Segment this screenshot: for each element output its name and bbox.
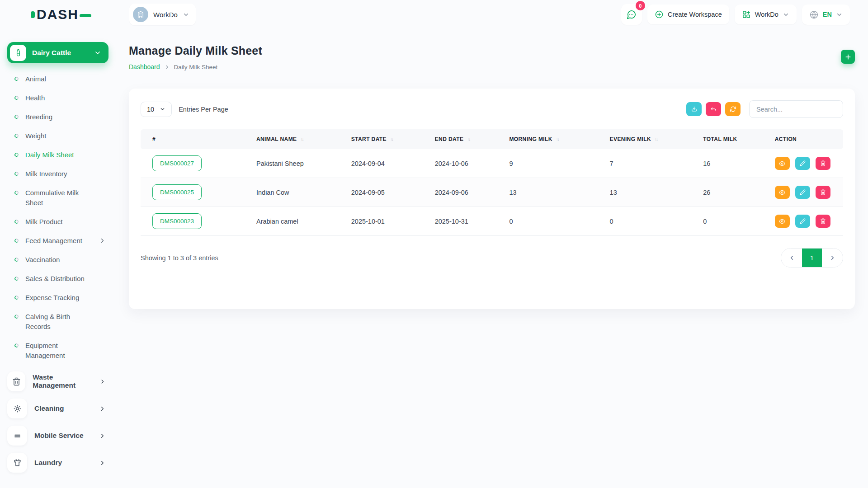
column-header-total-milk[interactable]: TOTAL MILK [698,129,769,149]
sidebar-item-equipment-management[interactable]: Equipment Management [12,336,108,365]
table-footer: Showing 1 to 3 of 3 entries 1 [141,248,843,267]
sort-icon[interactable]: ↑↓ [390,137,393,142]
evening-milk-cell: 7 [604,149,698,178]
sort-icon[interactable]: ↑↓ [300,137,303,142]
pencil-icon [800,218,806,224]
animal-name-cell: Pakistani Sheep [251,149,346,178]
milk-sheet-id-badge[interactable]: DMS000027 [152,155,202,171]
delete-button[interactable] [816,215,830,228]
pagination: 1 [781,248,843,267]
menu-bullet-icon [14,171,19,176]
table-header-row: # ANIMAL NAME↑↓ START DATE↑↓ END DATE↑↓ … [141,129,843,149]
globe-icon [809,10,819,19]
chevron-right-icon [164,64,170,70]
sidebar-item-milk-product[interactable]: Milk Product [12,212,108,231]
end-date-cell: 2024-10-06 [429,149,504,178]
export-download-button[interactable] [686,102,702,116]
milk-bottle-icon [10,45,26,61]
edit-button[interactable] [795,157,810,170]
delete-button[interactable] [816,157,830,170]
milk-sheet-id-badge[interactable]: DMS000025 [152,184,202,200]
sidebar-item-commulative-milk-sheet[interactable]: Commulative Milk Sheet [12,183,108,212]
view-button[interactable] [775,215,790,228]
sidebar-item-label: Weight [25,131,46,141]
sidebar-item-weight[interactable]: Weight [12,127,108,145]
column-header-morning-milk[interactable]: MORNING MILK↑↓ [504,129,604,149]
delete-button[interactable] [816,186,830,199]
sidebar-item-calving-birth-records[interactable]: Calving & Birth Records [12,307,108,336]
end-date-cell: 2024-09-06 [429,178,504,207]
eye-icon [779,189,785,196]
sidebar-item-expense-tracking[interactable]: Expense Tracking [12,288,108,307]
pagination-prev-button[interactable] [781,249,802,267]
sort-icon[interactable]: ↑↓ [655,137,657,142]
sidebar-item-vaccination[interactable]: Vaccination [12,250,108,269]
chevron-right-icon [99,405,106,412]
workspace-selector[interactable]: WorkDo [129,4,196,25]
module-header-dairy-cattle[interactable]: Dairy Cattle [7,42,108,63]
workspace-avatar [133,7,148,22]
sidebar-item-sales-distribution[interactable]: Sales & Distribution [12,269,108,288]
workspace-label: WorkDo [153,11,178,19]
pagination-next-button[interactable] [822,249,843,267]
breadcrumb-dashboard-link[interactable]: Dashboard [129,63,160,70]
reset-undo-button[interactable] [706,102,721,116]
column-header-id[interactable]: # [141,129,251,149]
entries-per-page-select[interactable]: 10 [141,102,172,117]
building-icon [137,10,145,19]
sidebar-item-milk-inventory[interactable]: Milk Inventory [12,164,108,183]
brand-logo[interactable]: DASH [31,8,91,21]
trash-icon [820,218,826,224]
add-milk-sheet-button[interactable] [841,50,855,64]
column-header-animal-name[interactable]: ANIMAL NAME↑↓ [251,129,346,149]
sidebar-item-animal[interactable]: Animal [12,70,108,89]
app-menu-dropdown[interactable]: WorkDo [735,5,797,24]
total-milk-cell: 16 [698,149,769,178]
sort-icon[interactable]: ↑↓ [556,137,559,142]
morning-milk-cell: 9 [504,149,604,178]
chat-bubble-icon [626,9,637,20]
refresh-button[interactable] [725,102,741,116]
sidebar-item-breeding[interactable]: Breeding [12,108,108,127]
create-workspace-button[interactable]: Create Workspace [647,5,729,24]
chevron-down-icon [94,49,101,56]
view-button[interactable] [775,186,790,199]
menu-bullet-icon [14,276,19,281]
refresh-icon [730,106,736,113]
sidebar-group-cleaning[interactable]: Cleaning [7,396,108,421]
sort-icon[interactable]: ↑↓ [467,137,470,142]
sidebar-groups: Waste Management Cleaning Mobile Service [7,369,108,475]
sidebar-group-waste-management[interactable]: Waste Management [7,369,108,394]
menu-bullet-icon [14,314,19,319]
trash-icon [820,189,826,195]
language-dropdown[interactable]: EN [802,5,850,25]
menu-bullet-icon [14,238,19,243]
milk-sheet-id-badge[interactable]: DMS000023 [152,213,202,229]
sun-icon [7,399,27,418]
column-header-start-date[interactable]: START DATE↑↓ [346,129,429,149]
apps-grid-icon [742,10,751,19]
logo-dot-accent [31,11,35,18]
sidebar-group-label: Mobile Service [34,432,84,440]
column-header-evening-milk[interactable]: EVENING MILK↑↓ [604,129,698,149]
messages-button[interactable]: 0 [621,4,642,25]
edit-button[interactable] [795,215,810,228]
menu-bullet-icon [14,190,19,195]
sidebar-group-mobile-service[interactable]: Mobile Service [7,423,108,448]
sidebar-item-feed-management[interactable]: Feed Management [12,231,108,250]
sidebar-item-health[interactable]: Health [12,89,108,108]
column-header-end-date[interactable]: END DATE↑↓ [429,129,504,149]
entries-per-page-label: Entries Per Page [179,106,228,113]
view-button[interactable] [775,157,790,170]
sidebar-group-laundry[interactable]: Laundry [7,450,108,475]
pagination-current-page[interactable]: 1 [802,249,822,267]
edit-button[interactable] [795,186,810,199]
sidebar-item-label: Equipment Management [25,341,94,361]
showing-entries-text: Showing 1 to 3 of 3 entries [141,254,218,262]
chevron-right-icon [829,254,836,261]
eye-icon [779,160,785,167]
action-cell [769,149,843,178]
search-input[interactable] [749,100,843,118]
language-label: EN [823,11,832,18]
sidebar-item-daily-milk-sheet[interactable]: Daily Milk Sheet [12,145,108,164]
